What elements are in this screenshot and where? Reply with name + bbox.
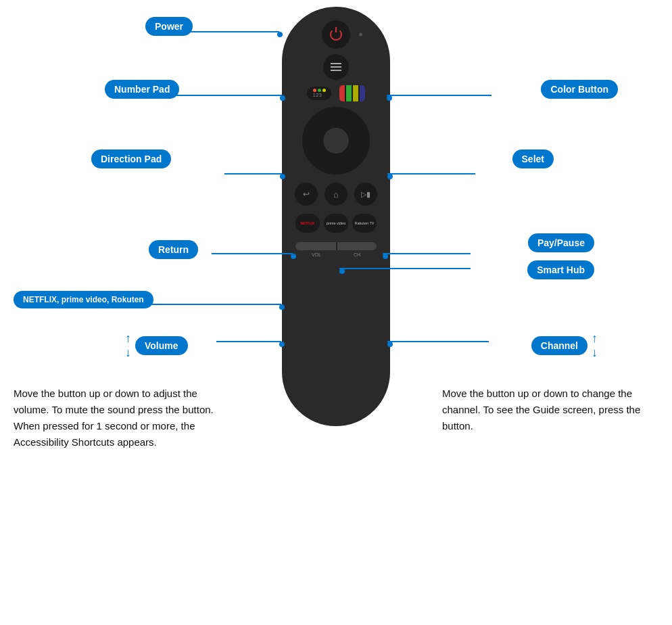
volume-up-arrow: ↑ [125, 331, 131, 346]
vol-ch-labels: VOL CH [295, 252, 377, 257]
menu-button[interactable] [323, 54, 349, 80]
return-button[interactable]: ↩ [295, 183, 318, 206]
ch-label: CH [354, 252, 360, 257]
return-label: Return [149, 240, 198, 259]
diagram-container: 123 ↩ ⌂ ▷▮ [0, 0, 672, 625]
volume-down-arrow: ↓ [125, 346, 131, 360]
netflix-button[interactable]: NETFLIX [295, 214, 320, 233]
play-pause-icon: ▷▮ [361, 190, 370, 199]
power-icon [330, 28, 342, 41]
channel-up-arrow: ↑ [592, 331, 598, 346]
power-line [179, 31, 279, 32]
color-button-line [387, 95, 491, 96]
streaming-row: NETFLIX prime video Rakuten TV [295, 214, 377, 233]
netflix-label: NETFLIX, prime video, Rokuten [14, 291, 153, 308]
num-row: 123 [282, 85, 390, 101]
prime-video-button[interactable]: prime video [324, 214, 348, 233]
prime-video-text: prime video [327, 221, 345, 226]
menu-line-2 [331, 66, 341, 68]
select-button[interactable] [323, 128, 349, 154]
vol-label: VOL [312, 252, 321, 257]
volume-label: Volume [135, 336, 188, 355]
number-pad-dot [280, 95, 285, 101]
channel-description: Move the button up or down to change the… [442, 386, 658, 434]
play-pause-label: Pay/Pause [528, 233, 594, 252]
color-yellow [353, 85, 358, 101]
remote-control: 123 ↩ ⌂ ▷▮ [282, 7, 390, 426]
home-button[interactable]: ⌂ [325, 183, 347, 206]
power-label: Power [145, 17, 193, 36]
color-button-dot [387, 95, 392, 101]
num-btn-text: 123 [313, 92, 326, 98]
vol-ch-section: VOL CH [292, 242, 380, 257]
return-dot [291, 254, 296, 259]
dot-yellow [322, 89, 326, 92]
volume-label-container: ↑ ↓ Volume [125, 331, 188, 360]
direction-pad-line [224, 173, 282, 175]
play-pause-line [383, 253, 471, 254]
color-red [339, 85, 345, 101]
volume-line [216, 341, 281, 342]
menu-line-3 [331, 70, 341, 71]
number-pad-button[interactable]: 123 [307, 87, 331, 100]
power-button[interactable] [322, 20, 350, 49]
number-pad-line [167, 95, 282, 96]
direction-pad-dot [280, 174, 285, 179]
vol-ch-bar[interactable] [295, 242, 377, 250]
color-blue [360, 85, 365, 101]
return-line [212, 253, 293, 254]
menu-line-1 [331, 63, 341, 64]
volume-description: Move the button up or down to adjust the… [14, 386, 230, 450]
rakuten-text: Rakuten TV [355, 221, 375, 226]
power-connector-dot [277, 32, 283, 37]
play-pause-dot [383, 254, 388, 259]
volume-arrows: ↑ ↓ [125, 331, 131, 360]
return-icon: ↩ [303, 189, 310, 199]
netflix-line [142, 304, 281, 305]
select-dot [387, 174, 393, 179]
action-row: ↩ ⌂ ▷▮ [295, 183, 377, 206]
channel-label-container: Channel ↑ ↓ [531, 331, 598, 360]
home-icon: ⌂ [333, 189, 339, 200]
smart-hub-dot [339, 269, 345, 274]
mic-dot [359, 33, 362, 37]
volume-dot [279, 342, 285, 347]
smart-hub-line [339, 268, 471, 269]
color-green [346, 85, 352, 101]
rakuten-button[interactable]: Rakuten TV [352, 214, 377, 233]
direction-pad-label: Direction Pad [91, 149, 171, 168]
color-button[interactable] [339, 85, 365, 101]
smart-hub-label: Smart Hub [527, 260, 594, 279]
netflix-text: NETFLIX [301, 221, 315, 225]
vol-ch-divider [336, 242, 337, 250]
channel-dot [387, 342, 393, 347]
select-label: Selet [512, 149, 554, 168]
direction-pad[interactable] [302, 107, 370, 175]
play-pause-button[interactable]: ▷▮ [354, 183, 377, 206]
channel-arrows: ↑ ↓ [592, 331, 598, 360]
channel-down-arrow: ↓ [592, 346, 598, 360]
select-line [387, 173, 475, 175]
channel-label: Channel [531, 336, 587, 355]
netflix-dot [279, 304, 285, 310]
color-button-label: Color Button [541, 80, 618, 99]
channel-line [387, 341, 489, 342]
